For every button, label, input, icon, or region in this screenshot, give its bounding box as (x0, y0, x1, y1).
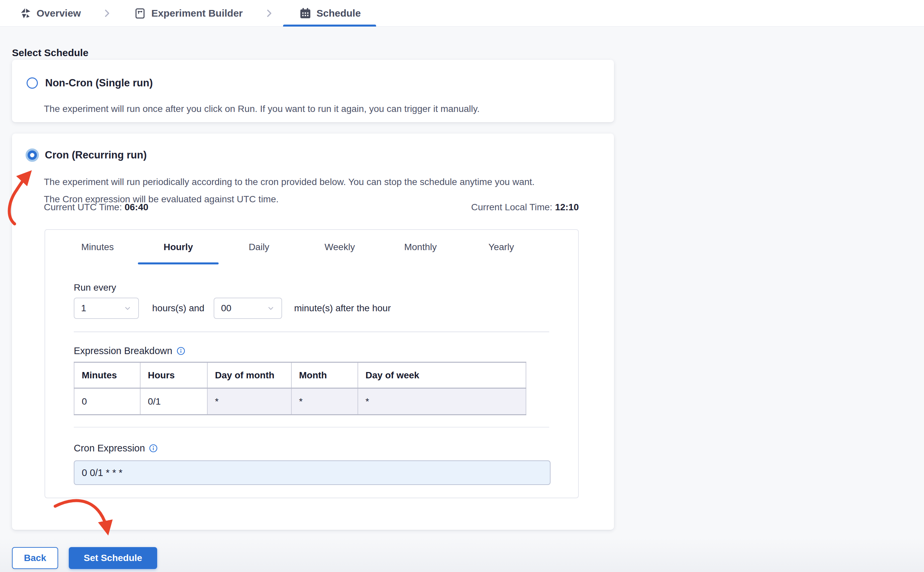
current-utc-time: Current UTC Time:06:40 (44, 202, 149, 213)
tab-monthly[interactable]: Monthly (380, 230, 461, 264)
cron-expression-header: Cron Expression (74, 443, 549, 454)
expression-breakdown-header: Expression Breakdown (74, 345, 549, 356)
chevron-right-icon (101, 8, 113, 19)
back-button[interactable]: Back (12, 547, 58, 569)
hours-select-value: 1 (81, 303, 86, 314)
minutes-suffix-label: minute(s) after the hour (294, 303, 391, 314)
non-cron-description: The experiment will run once after you c… (44, 104, 479, 114)
breadcrumb-label: Schedule (317, 8, 361, 19)
breakdown-value-row: 0 0/1 * * * (74, 388, 526, 415)
tab-yearly[interactable]: Yearly (461, 230, 541, 264)
breakdown-col-minutes: Minutes (74, 362, 140, 388)
divider (74, 427, 549, 427)
tab-weekly[interactable]: Weekly (299, 230, 380, 264)
breakdown-cell-day-of-month: * (207, 388, 291, 415)
hours-select[interactable]: 1 (74, 298, 139, 319)
minutes-select-value: 00 (221, 303, 231, 314)
current-time-row: Current UTC Time:06:40 Current Local Tim… (44, 202, 579, 213)
breakdown-cell-hours: 0/1 (140, 388, 207, 415)
non-cron-option-header: Non-Cron (Single run) (26, 77, 153, 89)
chevron-right-icon (263, 8, 275, 19)
hours-suffix-label: hours(s) and (152, 303, 204, 314)
non-cron-title: Non-Cron (Single run) (45, 77, 153, 89)
breadcrumb-bar: Overview Experiment Builder (0, 0, 924, 26)
breadcrumb-label: Overview (37, 8, 81, 19)
tab-schedule[interactable]: Schedule (299, 0, 361, 26)
cron-description-line1: The experiment will run periodically acc… (44, 177, 535, 187)
hourly-controls-row: 1 hours(s) and 00 minute(s) after the ho… (74, 298, 549, 319)
breadcrumb-experiment-builder[interactable]: Experiment Builder (133, 0, 243, 26)
breadcrumb-overview[interactable]: Overview (19, 0, 81, 26)
breakdown-header-row: Minutes Hours Day of month Month Day of … (74, 362, 526, 388)
tab-daily[interactable]: Daily (219, 230, 299, 264)
breakdown-col-day-of-week: Day of week (358, 362, 526, 388)
breakdown-cell-month: * (291, 388, 358, 415)
non-cron-option-card[interactable]: Non-Cron (Single run) The experiment wil… (12, 60, 614, 122)
breakdown-col-month: Month (291, 362, 358, 388)
experiment-builder-icon (133, 7, 146, 20)
cron-option-header: Cron (Recurring run) (26, 148, 147, 162)
current-local-time: Current Local Time:12:10 (471, 202, 579, 213)
page-title: Select Schedule (12, 47, 89, 59)
minutes-select[interactable]: 00 (214, 298, 282, 319)
breakdown-col-hours: Hours (140, 362, 207, 388)
local-time-value: 12:10 (555, 202, 579, 212)
set-schedule-button[interactable]: Set Schedule (69, 547, 157, 569)
cron-title: Cron (Recurring run) (45, 149, 147, 161)
breakdown-cell-minutes: 0 (74, 388, 140, 415)
expression-breakdown-label: Expression Breakdown (74, 345, 173, 356)
chaos-logo-icon (19, 7, 32, 20)
cron-radio[interactable] (26, 148, 39, 162)
breakdown-col-day-of-month: Day of month (207, 362, 291, 388)
calendar-icon (299, 7, 312, 20)
tab-minutes[interactable]: Minutes (57, 230, 138, 264)
expression-breakdown-table: Minutes Hours Day of month Month Day of … (74, 362, 526, 415)
cron-expression-input[interactable] (74, 460, 551, 485)
divider (74, 331, 549, 332)
breakdown-cell-day-of-week: * (358, 388, 526, 415)
info-icon[interactable] (149, 444, 158, 453)
chevron-down-icon (124, 304, 132, 312)
non-cron-radio[interactable] (26, 78, 38, 89)
info-icon[interactable] (176, 347, 185, 356)
chevron-down-icon (267, 304, 275, 312)
tab-hourly[interactable]: Hourly (138, 230, 219, 264)
breadcrumb-label: Experiment Builder (151, 8, 243, 19)
cron-expression-label: Cron Expression (74, 443, 145, 454)
schedule-tabs: Minutes Hourly Daily Weekly Monthly Year… (45, 230, 578, 264)
cron-scheduler-panel: Minutes Hourly Daily Weekly Monthly Year… (45, 229, 579, 498)
run-every-label: Run every (74, 282, 549, 293)
cron-option-card[interactable]: Cron (Recurring run) The experiment will… (12, 134, 614, 530)
utc-time-value: 06:40 (124, 202, 149, 212)
